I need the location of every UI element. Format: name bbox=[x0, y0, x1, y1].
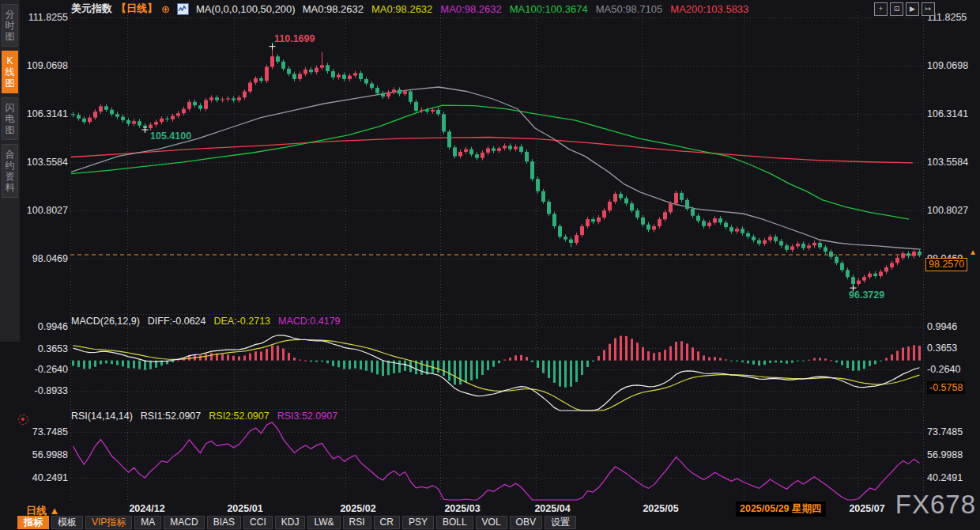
watermark: FX678 bbox=[895, 490, 976, 520]
diff-line bbox=[74, 335, 920, 411]
date-axis-label: 2025/02 bbox=[340, 503, 375, 514]
alert-marker-icon bbox=[18, 415, 28, 425]
date-axis-label: 2024/12 bbox=[129, 503, 164, 514]
indicator-tab-ma[interactable]: MA bbox=[134, 516, 161, 529]
indicator-tab-rsi[interactable]: RSI bbox=[343, 516, 371, 529]
date-axis-label: 2025/01 bbox=[227, 503, 262, 514]
chart-canvas[interactable] bbox=[0, 0, 980, 530]
indicator-readout: MACD:0.4179 bbox=[278, 316, 341, 327]
sidebar-tab-2[interactable]: K线图 bbox=[2, 51, 18, 93]
indicator-chart-icon[interactable] bbox=[177, 3, 189, 15]
extreme-marker bbox=[142, 127, 149, 133]
chart-header: 美元指数 【日线】 ⊕ MA(0,0,0,100,50,200) MA0:98.… bbox=[71, 2, 748, 15]
play-forward-icon[interactable]: ▶ bbox=[906, 2, 919, 16]
ma-readout: MA100:100.3674 bbox=[510, 3, 588, 15]
indicator-readout: RSI1:52.0907 bbox=[141, 411, 201, 422]
macd-header: MACD(26,12,9)DIFF:-0.0624DEA:-0.2713MACD… bbox=[71, 316, 341, 327]
indicator-tab-bar: 指标模板VIP指标MAMACDBIASCCIKDJLW&RSICRPSYBOLL… bbox=[17, 516, 576, 529]
rsi-header: RSI(14,14,14)RSI1:52.0907RSI2:52.0907RSI… bbox=[71, 411, 337, 422]
indicator-readout: MACD(26,12,9) bbox=[71, 316, 140, 327]
indicator-tab-vol[interactable]: VOL bbox=[476, 516, 507, 529]
sidebar-tab-1[interactable]: 分时图 bbox=[2, 4, 18, 47]
crosshair-icon[interactable]: + bbox=[874, 2, 888, 16]
indicator-readout: DIFF:-0.0624 bbox=[148, 316, 206, 327]
indicator-tab-指标[interactable]: 指标 bbox=[17, 516, 49, 529]
ma-readout: MA0:98.2632 bbox=[440, 3, 501, 15]
ma-readout: MA0:98.2632 bbox=[371, 3, 432, 15]
current-price-tag: 98.2570 bbox=[925, 258, 967, 271]
sidebar-tab-4[interactable]: 合约资料 bbox=[2, 144, 18, 198]
indicator-readout: RSI3:52.0907 bbox=[277, 411, 337, 422]
indicator-tab-cci[interactable]: CCI bbox=[243, 516, 273, 529]
ma-line bbox=[71, 87, 921, 249]
indicator-tab-psy[interactable]: PSY bbox=[402, 516, 434, 529]
indicator-tab-vip指标[interactable]: VIP指标 bbox=[85, 516, 132, 529]
indicator-tab-lw&[interactable]: LW& bbox=[307, 516, 340, 529]
ma-formula: MA(0,0,0,100,50,200) bbox=[196, 3, 296, 15]
ma-readout: MA0:98.2632 bbox=[303, 3, 364, 15]
indicator-tab-cr[interactable]: CR bbox=[374, 516, 400, 529]
indicator-tab-obv[interactable]: OBV bbox=[510, 516, 542, 529]
date-axis-label: 2025/04 bbox=[534, 503, 570, 514]
low-price-annotation: 105.4100 bbox=[150, 131, 191, 142]
high-price-annotation: 110.1699 bbox=[274, 33, 315, 44]
ma-readout: MA200:103.5833 bbox=[670, 3, 748, 15]
date-axis-label: 2025/03 bbox=[444, 503, 480, 514]
sidebar-tab-3[interactable]: 闪电图 bbox=[2, 97, 18, 140]
fit-view-icon[interactable]: ⊡ bbox=[890, 2, 903, 16]
chart-app: 分时图K线图闪电图合约资料 美元指数 【日线】 ⊕ MA(0,0,0,100,5… bbox=[0, 0, 980, 530]
date-axis-label: 2025/05 bbox=[643, 503, 678, 514]
chart-toolbar-icons: +⊡▶↦ bbox=[874, 2, 935, 16]
period-tag: 【日线】 bbox=[116, 2, 157, 16]
indicator-readout: DEA:-0.2713 bbox=[213, 316, 270, 327]
ma-readout: MA50:98.7105 bbox=[596, 3, 663, 15]
indicator-readout: RSI(14,14,14) bbox=[71, 411, 133, 422]
indicator-tab-macd[interactable]: MACD bbox=[164, 516, 204, 529]
candles-layer bbox=[71, 47, 922, 289]
indicator-tab-模板[interactable]: 模板 bbox=[51, 516, 83, 529]
date-axis-label: 2025/07 bbox=[849, 503, 884, 514]
indicator-tab-设置[interactable]: 设置 bbox=[545, 516, 576, 529]
low-price-annotation: 96.3729 bbox=[849, 290, 884, 301]
add-indicator-icon[interactable]: ⊕ bbox=[161, 3, 170, 15]
indicator-readout: RSI2:52.0907 bbox=[209, 411, 269, 422]
indicator-tab-boll[interactable]: BOLL bbox=[436, 516, 473, 529]
ma-readouts: MA0:98.2632MA0:98.2632MA0:98.2632MA100:1… bbox=[303, 3, 749, 15]
sidebar: 分时图K线图闪电图合约资料 bbox=[0, 0, 20, 342]
dea-line bbox=[74, 340, 920, 411]
rsi-line bbox=[74, 422, 920, 500]
symbol-name: 美元指数 bbox=[71, 2, 112, 16]
goto-latest-icon[interactable]: ↦ bbox=[922, 2, 935, 16]
indicator-tab-kdj[interactable]: KDJ bbox=[275, 516, 306, 529]
highlighted-date: 2025/05/29 星期四 bbox=[736, 502, 826, 517]
latest-price-arrow-icon: ▲ bbox=[969, 248, 977, 256]
indicator-tab-bias[interactable]: BIAS bbox=[207, 516, 241, 529]
